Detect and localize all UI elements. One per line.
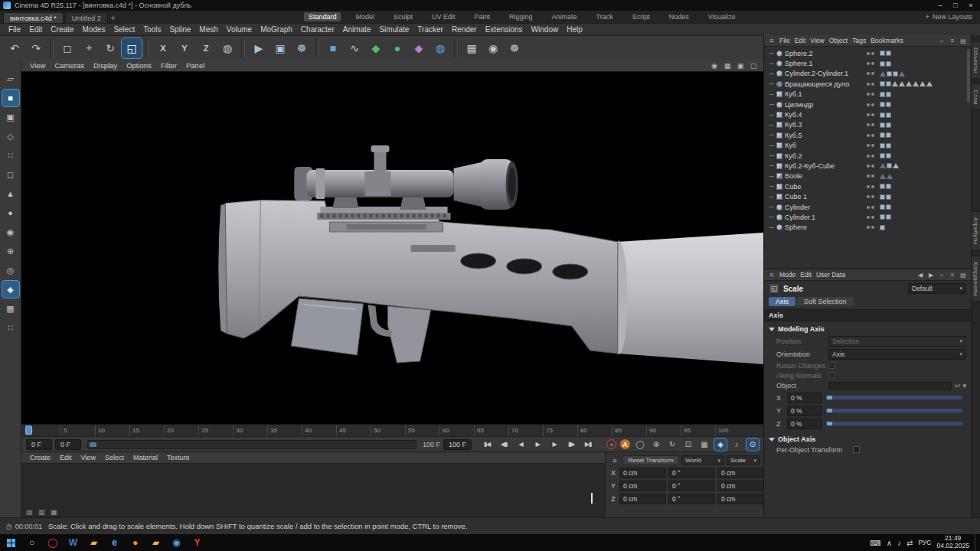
menu-item[interactable]: Animate [339,25,375,34]
tray-network-icon[interactable]: ⇄ [906,539,913,547]
play-button[interactable]: ▶ [530,439,545,451]
position-field[interactable]: 0 cm [619,481,666,491]
position-dropdown[interactable]: Selection ▾ [828,336,966,347]
object-row[interactable]: Куб.1 [764,90,971,99]
menu-item[interactable]: Extensions [482,25,527,34]
document-tab[interactable]: Untitled 2 [65,12,108,23]
visibility-dots[interactable] [867,103,877,106]
material-menu-item[interactable]: Create [26,454,54,461]
trio-tag-icon[interactable] [899,71,905,77]
maximize-button[interactable]: □ [948,0,963,11]
tri-tag-icon[interactable] [893,163,899,168]
phong-tag-icon[interactable] [886,51,891,56]
object-name[interactable]: Sphere.1 [785,60,864,67]
object-tags[interactable] [880,112,935,118]
phong-tag-icon[interactable] [880,51,885,56]
object-tags[interactable] [880,81,935,86]
material-list-area[interactable] [21,464,605,507]
side-panel-tab[interactable]: Объекты [971,41,980,79]
matman-compact-view-icon[interactable]: ▥ [37,508,47,517]
tab-axis[interactable]: Axis [769,297,795,306]
camera-tool-icon[interactable]: ◉ [483,38,503,58]
object-name[interactable]: Вращающееся дуло [785,80,864,88]
phong-tag-icon[interactable] [880,61,885,67]
visibility-dots[interactable] [867,226,877,229]
layout-tab[interactable]: Track [592,12,618,21]
preset-dropdown[interactable]: Default ▾ [908,283,966,294]
phong-tag-icon[interactable] [886,112,891,118]
record-keyframe-button[interactable]: ● [606,439,616,449]
object-row[interactable]: Cube [764,181,971,191]
material-scroll-handle[interactable] [591,493,593,504]
tri-tag-icon[interactable] [913,81,919,86]
rotation-field[interactable]: 0 ° [668,481,715,491]
sound-toggle-button[interactable]: ♪ [730,439,743,451]
object-row[interactable]: Sphere [764,223,971,233]
tweak-tool[interactable]: ▱ [2,70,19,87]
object-row[interactable]: Куб.4 [764,109,971,119]
snap-enable-button[interactable]: ◈ [2,281,19,298]
om-search-icon[interactable]: ○ [937,37,946,44]
object-row[interactable]: Cube 1 [764,191,971,201]
toolbar-separator[interactable] [454,39,458,57]
am-search-icon[interactable]: ○ [937,272,946,279]
render-view-button[interactable]: ▶ [249,38,269,58]
layout-tab[interactable]: Visualize [704,12,740,21]
visibility-dots[interactable] [867,72,877,75]
attribute-manager-menu-item[interactable]: Edit [798,271,814,279]
add-deformer-menu[interactable]: ◆ [409,38,429,58]
points-mode-button[interactable]: ∷ [2,147,19,164]
taskbar-opera-icon[interactable]: ◯ [42,534,63,551]
modeling-axis-title[interactable]: Modeling Axis [769,324,966,334]
phong-tag-icon[interactable] [880,122,885,128]
tri-tag-icon[interactable] [926,81,933,86]
range-start-field[interactable]: 0 F [55,439,81,450]
menu-item[interactable]: Mesh [195,25,221,34]
scale-field[interactable]: 0 cm [717,494,764,504]
om-panel-icon[interactable]: ▤ [959,37,968,44]
toolbar-separator[interactable] [50,39,54,57]
polygons-mode-button[interactable]: ▲ [2,185,19,202]
axis-y-lock-button[interactable]: Y [175,38,194,58]
new-layouts-button[interactable]: + New Layouts [926,11,977,23]
add-primitive-menu[interactable]: ■ [323,38,343,58]
position-field[interactable]: 0 cm [619,494,666,504]
visibility-dots[interactable] [867,174,877,178]
viewport-grid-icon[interactable]: ▦ [722,61,733,70]
keyframe-mode-button[interactable]: ⊙ [746,439,759,451]
phong-tag-icon[interactable] [880,112,885,118]
object-mode-button[interactable]: ● [2,204,19,221]
trio-tag-icon[interactable] [880,163,886,168]
menu-item[interactable]: Character [297,25,338,34]
layout-tab[interactable]: Paint [469,12,495,21]
taskbar-chrome-icon[interactable]: ◉ [166,534,187,551]
array-tool-icon[interactable]: ▦ [462,38,482,58]
workplane-snap-button[interactable]: ▦ [2,300,19,317]
phong-tag-icon[interactable] [880,214,885,220]
taskbar-edge-icon[interactable]: e [104,534,125,551]
attribute-manager-menu-icon[interactable]: ≡ [767,271,776,279]
object-tags[interactable] [880,174,935,179]
viewport-menu-item[interactable]: Options [122,61,155,70]
viewport-menu-item[interactable]: Panel [182,61,208,70]
phong-tag-icon[interactable] [887,163,892,168]
keyframe-selection-button[interactable]: ◯ [634,439,646,451]
tray-keyboard-icon[interactable]: ⌨ [870,539,880,547]
object-name[interactable]: Цилиндр [785,101,864,109]
rotate-tool[interactable]: ↻ [100,38,120,58]
viewport-solo-button[interactable]: ◎ [2,262,19,279]
object-tags[interactable] [880,92,935,97]
menu-item[interactable]: Help [563,25,586,34]
phong-tag-icon[interactable] [880,92,885,97]
object-tags[interactable] [880,61,935,67]
axis-x-lock-button[interactable]: X [153,38,173,58]
record-parameter-toggle[interactable]: ▦ [698,439,710,451]
orientation-dropdown[interactable]: Axis ▾ [828,349,966,360]
object-menu-icon[interactable]: ▾ [962,382,966,390]
visibility-dots[interactable] [867,123,877,126]
visibility-dots[interactable] [867,52,877,55]
move-tool[interactable]: ＋ [79,38,99,58]
viewport-menu-item[interactable]: View [26,61,49,70]
add-subdivision-surface-menu[interactable]: ◆ [366,38,386,58]
object-row[interactable]: Цилиндр [764,99,971,109]
